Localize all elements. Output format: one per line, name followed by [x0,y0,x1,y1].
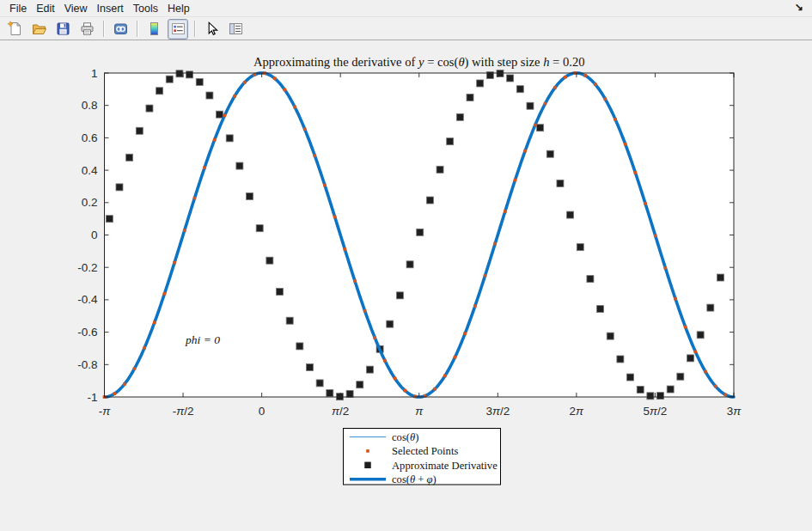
menu-item-file[interactable]: File [5,1,31,16]
selected-point [353,279,357,283]
selected-point [333,216,337,219]
selected-point [303,127,307,131]
legend-entry-label: cos(θ + φ) [392,473,437,485]
selected-point [173,261,176,265]
approx-derivative-point [447,138,454,145]
approx-derivative-point [396,292,403,299]
x-tick-label: 3π [727,405,742,418]
selected-point [314,154,317,157]
menu-item-view[interactable]: View [60,1,92,16]
approx-derivative-point [286,317,293,324]
selected-point [654,235,657,238]
chart-title: Approximating the derivative of y = cos(… [253,55,585,70]
y-tick-label: 0.6 [82,131,98,144]
insert-colorbar-button[interactable] [143,19,164,40]
approx-derivative-point [577,244,583,251]
new-figure-button[interactable] [4,19,25,40]
approx-derivative-point [617,356,624,363]
y-tick-label: 1 [91,67,98,80]
selected-point [203,166,206,169]
approx-derivative-point [357,381,363,388]
annotation-phi: phi = 0 [185,333,220,346]
selected-point [403,389,406,393]
property-inspector-button[interactable] [225,19,246,40]
selected-point [523,150,527,153]
link-plot-button[interactable] [110,19,131,40]
y-tick-label: 0.4 [82,164,98,177]
approx-derivative-point [206,92,213,99]
selected-point [163,292,167,296]
figure-canvas: -π-π/20π/2π3π/22π5π/23π10.80.60.40.20-0.… [0,41,812,531]
selected-point [394,377,397,381]
selected-point [133,367,137,370]
approx-derivative-point [567,211,574,218]
selected-point [383,359,387,363]
y-tick-label: 0 [91,229,98,241]
insert-legend-button[interactable] [168,19,188,40]
approx-derivative-point [627,374,634,381]
menu-bar: FileEditViewInsertToolsHelp [0,0,812,17]
y-tick-label: -1 [87,391,97,404]
colorbar-icon [146,21,162,37]
selected-point [143,346,146,350]
approx-derivative-point [707,304,714,311]
toolbar-separator [103,21,105,37]
dock-figure-icon[interactable]: ↘ [795,1,803,13]
selected-point [484,274,487,278]
approx-derivative-point [546,150,553,157]
edit-plot-button[interactable] [201,19,222,40]
x-tick-label: -π [99,405,112,418]
selected-point [233,95,236,98]
selected-point [674,297,677,301]
selected-point [473,304,477,308]
selected-point [253,73,257,76]
approx-derivative-point [717,274,723,281]
open-folder-icon [31,21,47,37]
selected-point [594,82,597,86]
x-tick-label: 3π/2 [485,405,510,418]
selected-point [714,385,717,388]
selected-point [223,114,227,118]
selected-point [323,184,327,187]
approx-derivative-point [156,88,163,95]
approx-derivative-point [406,261,413,268]
selected-point [363,309,367,313]
approx-derivative-point [637,387,644,394]
approx-derivative-point [426,197,433,204]
print-figure-button[interactable] [76,19,97,40]
approx-derivative-point [667,386,674,393]
approx-derivative-point [146,105,153,112]
menu-item-edit[interactable]: Edit [32,1,59,16]
approx-derivative-point [277,289,284,296]
property-inspector-icon [228,21,244,37]
selected-point [544,102,547,106]
x-tick-label: 5π/2 [644,405,668,418]
save-figure-button[interactable] [52,19,73,40]
selected-point [454,356,457,359]
approx-derivative-point [247,192,253,199]
menu-item-tools[interactable]: Tools [129,1,162,16]
selected-point [614,118,617,121]
approx-derivative-point [116,184,123,191]
cursor-arrow-icon [204,21,220,37]
save-floppy-icon [55,21,71,37]
menu-item-help[interactable]: Help [163,1,194,16]
x-tick-label: π/2 [332,405,349,418]
selected-point [373,336,376,339]
selected-point [694,351,698,354]
selected-point [534,124,537,127]
new-document-icon [7,21,23,37]
selected-point [634,171,638,174]
approx-derivative-point [507,75,514,82]
legend-box[interactable]: cos(θ)Selected PointsApproximate Derivat… [344,429,501,485]
open-file-button[interactable] [28,19,49,40]
selected-point [413,395,417,399]
selected-point [583,74,587,77]
approx-derivative-point [687,355,693,362]
approx-derivative-point [256,225,263,232]
legend-marker-square [366,449,369,453]
approx-derivative-point [647,393,654,400]
chart-plot: -π-π/20π/2π3π/22π5π/23π10.80.60.40.20-0.… [0,41,812,531]
menu-item-insert[interactable]: Insert [93,1,128,16]
y-tick-label: 0.8 [82,99,98,112]
